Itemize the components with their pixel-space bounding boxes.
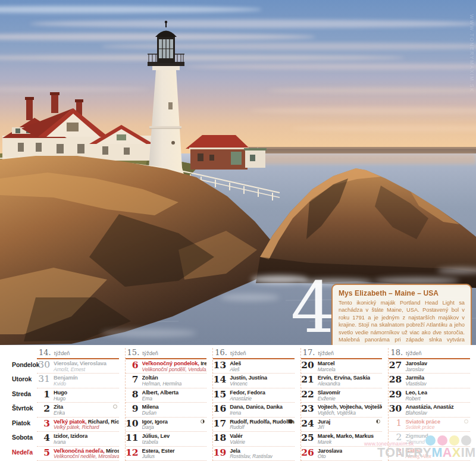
name-line-primary: Slavomír [318,390,340,396]
day-cell: 6Veľkonočný pondelok, IrenaVelikonoční p… [126,359,207,374]
name-line-primary: Fedor, Fedora [230,390,265,396]
day-number: 11 [126,433,139,446]
day-cell: 27JaroslavJaroslav [389,359,470,374]
day-names: AlešAleš [230,360,241,373]
week-suffix: týždeň [230,350,246,356]
day-cell: 8Albert, AlbertaEma [126,388,207,403]
day-number: 3 [37,419,50,431]
month-number: 4 [289,272,337,343]
day-names: Sviatok práceSvátek práce [405,419,440,431]
name-line-secondary: Jiří [318,425,330,431]
day-number: 18 [213,433,226,446]
day-cell: 12Estera, EsterJulius [126,447,207,461]
full-moon-icon [113,404,117,409]
day-number: 15 [213,390,226,402]
location-title: Mys Elizabeth – Maine – USA [339,289,465,297]
day-names: JelaRostislav, Rastislav [230,448,273,460]
day-cell: 24JurajJiří [301,418,383,432]
name-line-secondary: Velký pátek, Richard [54,425,119,431]
day-names: Veľkonočný pondelok, IrenaVelikonoční po… [142,360,207,373]
week-column: 16.týždeň13AlešAleš14Justín, JustínaVinc… [212,348,300,461]
day-names: ZoltánHeřman, Hermína [142,375,182,387]
week-column: 15.týždeň6Veľkonočný pondelok, IrenaVeli… [125,348,213,461]
name-line-primary: Aleš [230,361,241,367]
name-line-secondary: Alexandra [318,381,370,387]
name-line-secondary: Izabela [142,440,170,446]
day-number: 27 [389,360,402,373]
day-number: 28 [389,375,402,387]
name-line-secondary: Valérie [230,440,245,446]
week-header: 17.týždeň [301,348,383,359]
watermark-logo-letter: M [431,446,442,460]
watermark-logo-letter: M [465,446,475,460]
day-names: JaroslavaOto [318,448,343,460]
week-suffix: týždeň [142,350,158,356]
day-cell: 31BenjamínKvido [37,374,119,388]
day-names: Rudolf, Rudolfa, RudolfínaRudolf [230,419,295,431]
day-cell: 16Dana, Danica, DankaIrena [213,403,295,417]
day-number: 1 [389,419,402,431]
day-number: 2 [37,404,50,416]
name-line-primary: Milena [142,404,159,410]
name-line-primary: Veľkonočná nedeľa, Miroslava, Mira [54,449,119,454]
name-line-secondary: Heřman, Hermína [142,381,182,387]
day-names: HugoHugo [54,390,67,402]
day-number: 17 [213,419,226,431]
day-names: Vieroslav, VieroslavaArnošt, Ernest [54,360,107,373]
day-names: BenjamínKvido [54,375,78,387]
day-number: 26 [301,448,314,460]
name-line-secondary: Blahoslav [405,410,453,416]
watermark-logo: TONERYMAXIM [377,446,476,460]
name-line-primary: Veľký piatok, Richard, Richarda [54,419,119,425]
day-number: 10 [126,419,139,431]
name-line-secondary: Rostislav, Rastislav [230,454,273,460]
name-line-primary: Dana, Danica, Danka [230,404,283,410]
day-number: 29 [389,390,402,402]
name-line-primary: Juraj [318,419,330,425]
day-cell: 23Vojtech, Vojtecha, VojteškaVojtěch, Vo… [301,403,383,417]
name-line-primary: Albert, Alberta [142,390,178,396]
name-line-primary: Július, Lev [142,434,170,440]
day-number: 21 [301,375,314,387]
weekday-label: Piatok [0,418,37,432]
lighthouse-photo: 4 Mys Elizabeth – Maine – USA Tento ikon… [0,0,476,345]
cyan-dot-icon [425,435,436,446]
day-cell: 9MilenaDušan [126,403,207,417]
day-cell: 21Ervín, Ervína, SaskiaAlexandra [301,374,383,388]
name-line-primary: Marcel [318,361,336,367]
watermark: www.tonerymaxim.sk TONERYMAXIM [377,435,472,460]
name-line-primary: Ervín, Ervína, Saskia [318,375,370,381]
watermark-vertical: www.tonerymaxim.sk [469,14,475,92]
day-names: Veľký piatok, Richard, RichardaVelký pát… [54,419,119,431]
name-line-secondary: Ema [142,396,178,402]
name-line-primary: Jela [230,449,273,454]
name-line-primary: Justín, Justína [230,375,267,381]
name-line-secondary: Ivana [54,440,87,446]
name-line-secondary: Irena [230,410,283,416]
day-number: 7 [126,375,139,387]
name-line-primary: Jaroslava [318,449,343,454]
day-number: 22 [301,390,314,402]
calendar-page: 4 Mys Elizabeth – Maine – USA Tento ikon… [0,0,476,461]
name-line-primary: Hugo [54,390,67,396]
week-header: 18.týždeň [389,348,470,359]
day-cell: 11Július, LevIzabela [126,432,207,446]
day-number: 23 [301,404,314,416]
day-cell: 30Vieroslav, VieroslavaArnošt, Ernest [37,359,119,374]
gray-dot-icon [461,435,471,446]
weekday-label: Streda [0,388,37,403]
day-names: ValérValérie [230,433,245,446]
day-number: 9 [126,404,139,416]
day-names: Veľkonočná nedeľa, Miroslava, MiraVeliko… [54,448,119,460]
day-names: Izidor, IzidoraIvana [54,433,87,446]
name-line-primary: Anastázia, Anastáz [405,404,453,410]
full-moon-icon [464,419,468,424]
day-number: 16 [213,404,226,416]
name-line-secondary: Rudolf [230,425,295,431]
week-number: 15. [127,348,140,357]
day-names: JaroslavJaroslav [405,360,427,373]
day-cell: 20MarcelMarcela [301,359,383,374]
day-names: Vojtech, Vojtecha, VojteškaVojtěch, Vojt… [318,404,383,416]
watermark-logo-letter: X [452,446,461,460]
day-names: Fedor, FedoraAnastázie [230,390,265,402]
